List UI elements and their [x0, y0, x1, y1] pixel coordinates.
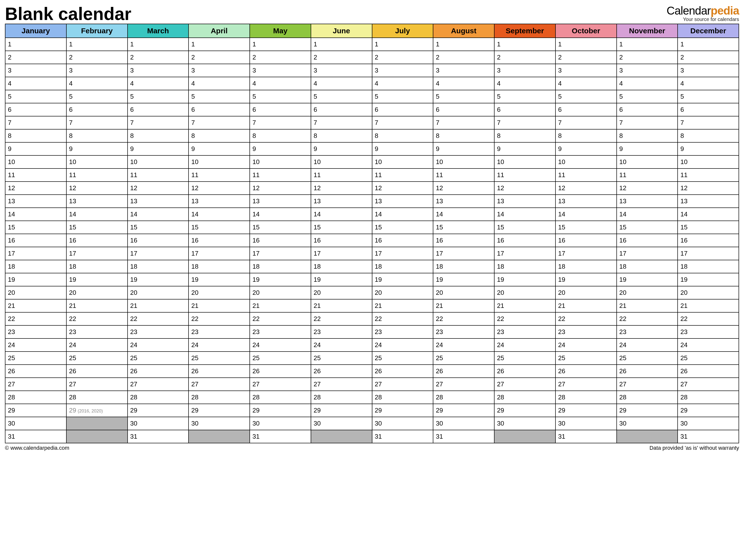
day-cell: 29: [189, 404, 250, 417]
day-cell: [311, 430, 372, 443]
day-cell: 8: [494, 129, 555, 142]
day-cell: 6: [617, 103, 678, 116]
day-cell: 30: [555, 417, 617, 430]
day-note: (2016, 2020): [78, 409, 103, 413]
day-cell: 23: [372, 325, 433, 338]
day-cell: 30: [127, 417, 189, 430]
day-cell: 17: [250, 247, 311, 260]
month-header-february: February: [66, 24, 127, 38]
day-cell: 28: [678, 391, 739, 404]
day-cell: 7: [372, 116, 433, 129]
day-cell: 18: [189, 260, 250, 273]
day-row: 444444444444: [5, 77, 739, 90]
day-cell: 30: [311, 417, 372, 430]
day-cell: 2: [5, 51, 66, 64]
month-header-july: July: [372, 24, 433, 38]
day-cell: 6: [555, 103, 617, 116]
day-cell: 13: [189, 195, 250, 208]
day-cell: 21: [372, 299, 433, 312]
day-cell: 16: [617, 234, 678, 247]
day-cell: 6: [311, 103, 372, 116]
day-cell: 25: [311, 351, 372, 365]
day-cell: 23: [433, 325, 494, 338]
day-cell: 14: [433, 208, 494, 221]
day-cell: 15: [494, 221, 555, 234]
day-cell: 13: [678, 195, 739, 208]
day-cell: 27: [555, 378, 617, 391]
day-cell: 18: [433, 260, 494, 273]
footer: © www.calendarpedia.com Data provided 'a…: [5, 445, 739, 451]
day-cell: 26: [127, 365, 189, 378]
day-cell: 11: [494, 169, 555, 182]
brand-prefix: Calendar: [667, 4, 711, 17]
day-cell: 6: [250, 103, 311, 116]
day-cell: 24: [5, 338, 66, 351]
day-cell: 29: [250, 404, 311, 417]
day-cell: 1: [189, 38, 250, 51]
day-cell: 6: [433, 103, 494, 116]
day-cell: 21: [311, 299, 372, 312]
day-cell: 26: [250, 365, 311, 378]
day-cell: 29: [5, 404, 66, 417]
day-cell: 5: [555, 90, 617, 103]
day-cell: 7: [555, 116, 617, 129]
day-cell: 14: [617, 208, 678, 221]
day-cell: 7: [311, 116, 372, 129]
day-cell: 14: [372, 208, 433, 221]
day-cell: 13: [372, 195, 433, 208]
day-cell: 25: [494, 351, 555, 365]
day-cell: 26: [555, 365, 617, 378]
day-cell: 16: [678, 234, 739, 247]
calendar-page: Blank calendar Calendarpedia Your source…: [5, 5, 739, 451]
day-cell: 20: [250, 286, 311, 299]
day-cell: 13: [311, 195, 372, 208]
day-cell: 12: [5, 182, 66, 195]
day-cell: 1: [372, 38, 433, 51]
day-cell: 27: [5, 378, 66, 391]
day-cell: 3: [433, 64, 494, 77]
day-cell: 16: [555, 234, 617, 247]
day-cell: 20: [311, 286, 372, 299]
day-cell: 17: [433, 247, 494, 260]
day-cell: 28: [5, 391, 66, 404]
day-cell: 15: [617, 221, 678, 234]
day-cell: [617, 430, 678, 443]
day-cell: 15: [678, 221, 739, 234]
day-cell: 26: [433, 365, 494, 378]
day-cell: 22: [494, 312, 555, 325]
day-row: 555555555555: [5, 90, 739, 103]
day-cell: 27: [494, 378, 555, 391]
day-cell: 19: [127, 273, 189, 286]
footer-left: © www.calendarpedia.com: [5, 445, 69, 451]
day-cell: 18: [617, 260, 678, 273]
day-row: 262626262626262626262626: [5, 365, 739, 378]
day-cell: 17: [494, 247, 555, 260]
day-row: 222222222222: [5, 51, 739, 64]
day-cell: 22: [250, 312, 311, 325]
day-cell: 9: [250, 142, 311, 155]
day-cell: 16: [433, 234, 494, 247]
day-cell: 26: [678, 365, 739, 378]
day-cell: 22: [372, 312, 433, 325]
day-cell: 28: [494, 391, 555, 404]
day-cell: 10: [372, 155, 433, 169]
day-cell: 23: [494, 325, 555, 338]
day-cell: 14: [555, 208, 617, 221]
day-cell: 29: [372, 404, 433, 417]
header: Blank calendar Calendarpedia Your source…: [5, 5, 739, 23]
day-cell: 27: [433, 378, 494, 391]
day-cell: 22: [189, 312, 250, 325]
day-cell: 8: [311, 129, 372, 142]
day-cell: 29(2016, 2020): [66, 404, 127, 417]
day-cell: 14: [678, 208, 739, 221]
day-cell: 15: [127, 221, 189, 234]
day-cell: 4: [555, 77, 617, 90]
day-cell: 2: [678, 51, 739, 64]
day-cell: 7: [678, 116, 739, 129]
day-cell: 8: [372, 129, 433, 142]
day-cell: 18: [678, 260, 739, 273]
day-cell: 9: [66, 142, 127, 155]
day-cell: 14: [127, 208, 189, 221]
day-row: 191919191919191919191919: [5, 273, 739, 286]
day-cell: 11: [66, 169, 127, 182]
